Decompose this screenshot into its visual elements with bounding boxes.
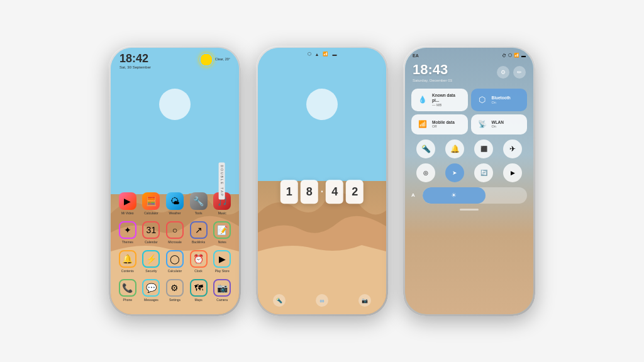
- phone2-camera-icon[interactable]: 📷: [358, 294, 371, 307]
- app-mivideo[interactable]: ▶ Mi Video: [117, 192, 138, 215]
- contents-icon: 🔔: [119, 250, 136, 268]
- app-circle1[interactable]: ○ Microsale: [164, 221, 186, 244]
- app-security[interactable]: ⚡ Security: [140, 250, 162, 273]
- signal-status-icon: 📶: [323, 52, 328, 57]
- tools-icon: 🔧: [190, 192, 208, 210]
- cc-bell-btn[interactable]: 🔔: [445, 140, 464, 158]
- app-playstore[interactable]: ▶ Play Store: [211, 250, 233, 273]
- phone2-clockscreen: ⬡ ▲ 📶 ▬ 1 8: [258, 48, 386, 314]
- cc-dnd-btn[interactable]: ◎: [416, 163, 435, 182]
- calendar-label: Calendar: [145, 240, 157, 244]
- backlinks-label: Backlinks: [192, 240, 205, 244]
- bluetooth-status-icon: ⬡: [308, 52, 311, 57]
- phone3-wrapper: EA ⏱ ⬡ 📶 ▬ 18:43 Saturday, December 03: [403, 46, 535, 316]
- app-row-2: ✦ Themes 31 Calendar ○ Microsale ↗: [116, 221, 234, 244]
- calculator-icon: 🧮: [142, 192, 160, 210]
- cc-home-indicator: [460, 209, 479, 211]
- cc-airplane-btn[interactable]: ✈: [503, 140, 522, 158]
- cc-mobile-title: Mobile data: [432, 120, 462, 125]
- security-icon: ⚡: [142, 250, 160, 268]
- app-maps[interactable]: 🗺 Maps: [188, 279, 209, 302]
- cc-time: 18:43: [413, 62, 452, 78]
- camera-label: Camera: [216, 298, 228, 302]
- cc-rotate-btn[interactable]: 🔄: [474, 163, 493, 182]
- cc-tile-mobile[interactable]: 📶 Mobile data Off: [411, 114, 468, 134]
- cc-battery-icon: ▬: [521, 53, 526, 58]
- phone1-time-widget: 18:42 Sat, 30 September: [119, 53, 151, 69]
- messages-label: Messages: [144, 298, 158, 302]
- themes-icon: ✦: [119, 221, 136, 239]
- app-camera[interactable]: 📷 Camera: [211, 279, 233, 302]
- app-clock[interactable]: ⏰ Clock: [188, 250, 209, 273]
- app-calc2[interactable]: ◯ Calculator: [164, 250, 186, 273]
- cc-tile-wlan[interactable]: 📡 WLAN On: [471, 114, 528, 134]
- cc-wlan-sub: On: [492, 124, 522, 128]
- phone1-homescreen: 18:42 Sat, 30 September Clear, 20° ▶ Mi: [111, 48, 239, 314]
- mobile-data-icon: 📶: [417, 119, 428, 130]
- cc-status-icons: ⏱ ⬡ 📶 ▬: [502, 53, 526, 58]
- playstore-label: Play Store: [215, 269, 230, 273]
- cc-time-date: 18:43 Saturday, December 03: [413, 62, 452, 82]
- phone2-flashlight-icon[interactable]: 🔦: [273, 294, 286, 307]
- cc-data-sub: — MB: [432, 103, 462, 107]
- settings-icon: ⚙: [166, 279, 184, 297]
- app-themes[interactable]: ✦ Themes: [117, 221, 138, 244]
- cc-settings-gear-btn[interactable]: ⚙: [497, 66, 509, 79]
- app-row-3: 🔔 Contents ⚡ Security ◯ Calculator ⏰: [116, 250, 234, 273]
- cc-brightness-bar[interactable]: ☀: [423, 187, 527, 204]
- app-messages[interactable]: 💬 Messages: [140, 279, 162, 302]
- double-tap-label: DOUBLE TAP: [218, 162, 225, 199]
- app-calculator[interactable]: 🧮 Calculator: [140, 192, 162, 215]
- cc-bluetooth-title: Bluetooth: [492, 96, 522, 101]
- wifi-status-icon: ▲: [315, 52, 319, 57]
- app-calendar[interactable]: 31 Calendar: [140, 221, 162, 244]
- cc-buttons-row2: ◎ ➤ 🔄 ▶: [405, 161, 533, 185]
- phone3: EA ⏱ ⬡ 📶 ▬ 18:43 Saturday, December 03: [403, 46, 535, 316]
- cc-signal-icon: 📶: [514, 53, 519, 58]
- phone1-weather: Clear, 20°: [199, 53, 230, 67]
- cc-tile-data-text: Known data pl... — MB: [432, 93, 462, 107]
- app-settings[interactable]: ⚙ Settings: [164, 279, 186, 302]
- clock-digit-4: 2: [346, 180, 364, 204]
- cc-tile-bluetooth-text: Bluetooth On: [492, 96, 522, 104]
- clock-separator: ·: [321, 186, 323, 197]
- cc-video-btn[interactable]: ▶: [503, 163, 522, 182]
- cc-toggle-grid: 💧 Known data pl... — MB ⬡ Bluetooth On: [405, 86, 533, 137]
- phone-icon: 📞: [119, 279, 136, 297]
- phone1-app-grid: ▶ Mi Video 🧮 Calculator 🌤 Weather 🔧: [116, 192, 234, 302]
- phone2-clock-tiles: 1 8 · 4 2: [280, 180, 364, 204]
- app-contents[interactable]: 🔔 Contents: [117, 250, 138, 273]
- cc-screen-btn[interactable]: ⬛: [474, 140, 493, 158]
- tools-label: Tools: [195, 211, 203, 215]
- phone3-controlcenter: EA ⏱ ⬡ 📶 ▬ 18:43 Saturday, December 03: [405, 48, 533, 314]
- cloud-circle-1: [159, 89, 191, 120]
- backlinks-icon: ↗: [190, 221, 208, 239]
- cc-settings-icons: ⚙ ✏: [497, 66, 526, 79]
- cc-tile-mobile-text: Mobile data Off: [432, 120, 462, 129]
- cc-header: EA ⏱ ⬡ 📶 ▬: [405, 48, 533, 60]
- app-row-1: ▶ Mi Video 🧮 Calculator 🌤 Weather 🔧: [116, 192, 234, 215]
- phone2-infinity-icon[interactable]: ∞: [316, 294, 328, 307]
- cc-tile-bluetooth[interactable]: ⬡ Bluetooth On: [471, 89, 528, 111]
- cc-flashlight-btn[interactable]: 🔦: [416, 140, 435, 158]
- app-notes[interactable]: 📝 Notes: [211, 221, 233, 244]
- maps-label: Maps: [194, 298, 202, 302]
- app-weather[interactable]: 🌤 Weather: [164, 192, 186, 215]
- app-tools[interactable]: 🔧 Tools: [188, 192, 209, 215]
- phone3-screen: EA ⏱ ⬡ 📶 ▬ 18:43 Saturday, December 03: [405, 48, 533, 314]
- cc-tile-data[interactable]: 💧 Known data pl... — MB: [411, 89, 468, 111]
- cc-location-btn[interactable]: ➤: [445, 163, 464, 182]
- app-phone[interactable]: 📞 Phone: [117, 279, 138, 302]
- cc-auto-label: A: [411, 192, 419, 198]
- settings-label: Settings: [169, 298, 180, 302]
- app-backlinks[interactable]: ↗ Backlinks: [188, 221, 209, 244]
- cc-edit-btn[interactable]: ✏: [513, 66, 526, 79]
- notes-label: Notes: [218, 240, 226, 244]
- phone2-wrapper: ⬡ ▲ 📶 ▬ 1 8: [256, 46, 388, 316]
- phone1-screen: 18:42 Sat, 30 September Clear, 20° ▶ Mi: [111, 48, 239, 314]
- maps-icon: 🗺: [190, 279, 208, 297]
- phone1-statusbar: 18:42 Sat, 30 September Clear, 20°: [119, 53, 230, 69]
- weather-label: Weather: [169, 211, 181, 215]
- circle1-icon: ○: [166, 221, 184, 239]
- contents-label: Contents: [121, 269, 134, 273]
